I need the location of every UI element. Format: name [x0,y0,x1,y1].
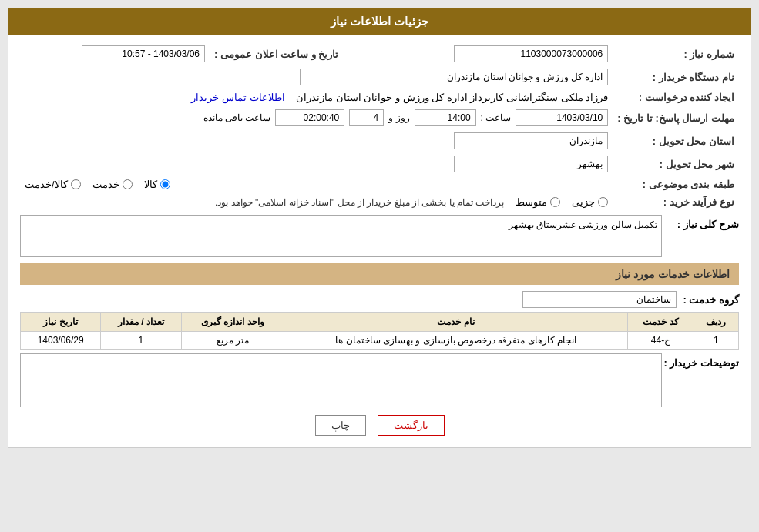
creator-text: فرزاد ملکی سنگتراشانی کاربرداز اداره کل … [296,92,608,103]
radio-kala[interactable]: کالا [144,179,170,190]
group-label: گروه خدمت : [683,294,739,306]
province-value [20,129,613,152]
process-jozvi-label: جزیی [572,196,595,208]
sharh-textarea[interactable] [20,215,662,257]
process-mottavasset-label: متوسط [516,196,547,208]
radio-jozvi[interactable]: جزیی [572,196,608,208]
announce-value [20,42,210,65]
category-radios: کالا/خدمت خدمت کالا [20,176,613,193]
main-container: جزئیات اطلاعات نیاز شماره نیاز : تاریخ و… [8,8,751,448]
name-dastgah-input[interactable] [300,69,608,85]
category-kala-khedmat-label: کالا/خدمت [25,179,68,190]
deadline-label: مهلت ارسال پاسخ: تا تاریخ : [613,106,739,129]
radio-mottavasset[interactable]: متوسط [516,196,560,208]
page-title: جزئیات اطلاعات نیاز [8,8,751,35]
page-wrapper: جزئیات اطلاعات نیاز شماره نیاز : تاریخ و… [0,0,759,532]
sharh-label: شرح کلی نیاز : [670,215,739,230]
process-label: نوع فرآیند خرید : [613,193,739,211]
contact-link[interactable]: اطلاعات تماس خریدار [191,92,284,103]
buyer-desc-textarea[interactable] [20,353,662,407]
buyer-desc-container: توضیحات خریدار : [20,353,739,407]
announce-label: تاریخ و ساعت اعلان عمومی : [210,42,364,65]
deadline-row: ساعت : روز و ساعت باقی مانده [20,106,613,129]
col-date: تاریخ نیاز [21,313,101,332]
buyer-desc-label: توضیحات خریدار : [670,353,739,369]
cell-date: 1403/06/29 [21,332,101,350]
table-row: 1 ج-44 انجام کارهای متفرقه درخصوص بازساز… [21,332,739,350]
deadline-remaining-label: ساعت باقی مانده [203,112,271,123]
shomara-niaz-input[interactable] [454,45,608,62]
province-label: استان محل تحویل : [613,129,739,152]
name-dastgah-value [20,65,613,89]
radio-khedmat[interactable]: خدمت [92,179,133,190]
city-input[interactable] [454,156,608,172]
category-kala-label: کالا [144,179,157,190]
col-count: تعداد / مقدار [101,313,181,332]
name-dastgah-label: نام دستگاه خریدار : [613,65,739,89]
process-row: جزیی متوسط پرداخت تمام یا بخشی از مبلغ خ… [20,193,613,211]
shomara-niaz-value [379,42,613,65]
main-info-table: شماره نیاز : تاریخ و ساعت اعلان عمومی : … [20,42,739,211]
category-label: طبقه بندی موضوعی : [613,176,739,193]
province-input[interactable] [454,132,608,149]
announce-input[interactable] [82,45,205,62]
col-name: نام خدمت [284,313,628,332]
deadline-remaining-input[interactable] [275,109,344,126]
creator-value: فرزاد ملکی سنگتراشانی کاربرداز اداره کل … [20,89,613,106]
col-radif: ردیف [694,313,738,332]
cell-unit: متر مربع [181,332,284,350]
deadline-date-input[interactable] [516,109,608,126]
deadline-day-label: روز و [388,112,409,123]
sharh-container: شرح کلی نیاز : [20,215,739,257]
content-area: شماره نیاز : تاریخ و ساعت اعلان عمومی : … [8,35,751,447]
cell-code: ج-44 [628,332,694,350]
deadline-time-input[interactable] [415,109,476,126]
process-note: پرداخت تمام یا بخشی از مبلغ خریدار از مح… [215,197,504,208]
cell-radif: 1 [694,332,738,350]
back-button[interactable]: بازگشت [378,415,445,436]
buttons-row: بازگشت چاپ [20,415,739,436]
group-input[interactable] [522,291,677,308]
city-label: شهر محل تحویل : [613,152,739,176]
print-button[interactable]: چاپ [315,415,366,436]
creator-label: ایجاد کننده درخواست : [613,89,739,106]
cell-name: انجام کارهای متفرقه درخصوص بازسازی و بهس… [284,332,628,350]
deadline-days-input[interactable] [349,109,384,126]
cell-count: 1 [101,332,181,350]
shomara-niaz-label: شماره نیاز : [613,42,739,65]
category-khedmat-label: خدمت [92,179,119,190]
services-section-title: اطلاعات خدمات مورد نیاز [20,263,739,285]
city-value [20,152,613,176]
col-unit: واحد اندازه گیری [181,313,284,332]
radio-kala-khedmat[interactable]: کالا/خدمت [25,179,81,190]
services-table: ردیف کد خدمت نام خدمت واحد اندازه گیری ت… [20,312,739,350]
col-code: کد خدمت [628,313,694,332]
deadline-time-label: ساعت : [481,112,512,123]
group-row: گروه خدمت : [20,291,739,308]
